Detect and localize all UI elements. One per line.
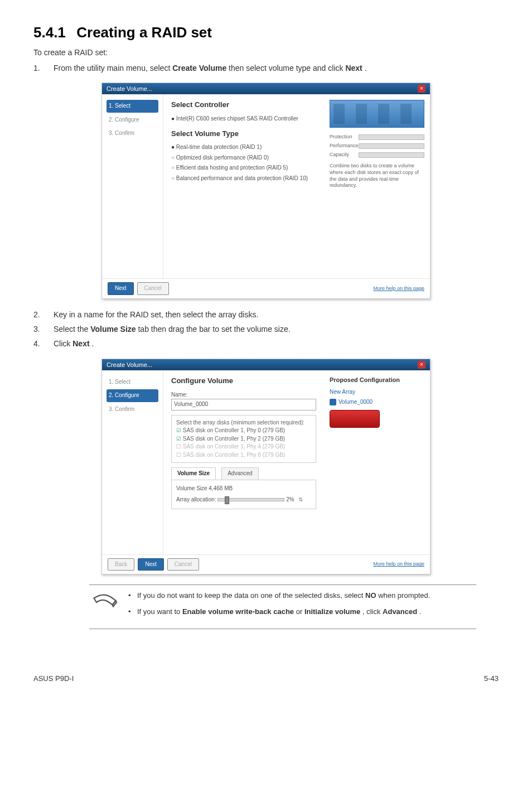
name-label: Name: [171, 392, 187, 398]
step-2-index: 2. [33, 309, 54, 320]
step-1-text-e: . [365, 64, 367, 73]
disk-option-2[interactable]: SAS disk on Controller 1, Phy 2 (279 GB) [176, 435, 311, 443]
wizard-1-right: Protection Performance Capacity Combine … [324, 94, 430, 278]
allocation-percent: 2% [286, 496, 294, 503]
note-item-2: If you want to Enable volume write-back … [128, 607, 430, 617]
disk-option-1[interactable]: SAS disk on Controller 1, Phy 0 (279 GB) [176, 427, 311, 435]
step-1-text-c: then select volume type and click [229, 64, 345, 73]
volume-row: Volume_0000 [330, 398, 424, 407]
wizard-1-main: Select Controller Intel(R) C600 series c… [163, 94, 324, 278]
cancel-button[interactable]: Cancel [167, 558, 199, 571]
step-2-text: Key in a name for the RAID set, then sel… [54, 309, 499, 320]
wizard-1-title: Create Volume... [107, 83, 152, 94]
allocation-slider[interactable] [217, 498, 284, 501]
wizard-2-titlebar: Create Volume... × [102, 359, 430, 370]
tabs: Volume Size Advanced [171, 467, 316, 480]
sidebar-step-configure[interactable]: 2. Configure [107, 114, 158, 127]
note-box: If you do not want to keep the data on o… [89, 584, 476, 629]
disk-hint: Select the array disks (minimum selectio… [176, 419, 311, 427]
controller-option[interactable]: Intel(R) C600 series chipset SAS RAID Co… [171, 115, 316, 123]
volume-icon [330, 399, 336, 405]
step-4-text-c: . [91, 339, 94, 348]
section-heading: 5.4.1 Creating a RAID set [33, 22, 499, 44]
disk-graphic-icon [330, 410, 380, 428]
new-array-row: New Array [330, 388, 424, 397]
step-3-text-a: Select the [54, 325, 90, 334]
sidebar-step-select[interactable]: 1. Select [107, 376, 158, 389]
section-title-text: Creating a RAID set [76, 24, 212, 41]
sidebar-step-configure[interactable]: 2. Configure [107, 389, 158, 402]
back-button[interactable]: Back [108, 558, 134, 571]
step-1-index: 1. [33, 62, 54, 74]
step-3-index: 3. [33, 323, 54, 335]
sidebar-step-confirm[interactable]: 3. Confirm [107, 127, 158, 140]
raid1-option[interactable]: Real-time data protection (RAID 1) [171, 143, 316, 152]
raid5-option[interactable]: Efficient data hosting and protection (R… [171, 164, 316, 172]
close-icon[interactable]: × [418, 361, 425, 369]
next-button[interactable]: Next [108, 282, 134, 295]
sidebar-step-confirm[interactable]: 3. Confirm [107, 403, 158, 416]
proposed-config-heading: Proposed Configuration [330, 376, 424, 385]
volume-name-input[interactable]: Volume_0000 [171, 399, 316, 410]
configure-volume-heading: Configure Volume [171, 376, 316, 386]
note-icon [91, 591, 118, 621]
step-1-bold-1: Create Volume [172, 64, 226, 73]
footer-left: ASUS P9D-I [33, 674, 74, 684]
wizard-1-titlebar: Create Volume... × [102, 83, 430, 94]
performance-bar: Performance [330, 142, 424, 149]
wizard-1-sidebar: 1. Select 2. Configure 3. Confirm [102, 94, 163, 278]
volume-type-description: Combine two disks to create a volume whe… [330, 163, 424, 189]
note-item-1: If you do not want to keep the data on o… [128, 591, 430, 601]
raid10-option[interactable]: Balanced performance and data protection… [171, 175, 316, 183]
capacity-bar: Capacity [330, 151, 424, 158]
select-volume-type-heading: Select Volume Type [171, 129, 316, 139]
disk-selection-box: Select the array disks (minimum selectio… [171, 415, 316, 463]
volume-size-line: Volume Size 4,468 MB [176, 485, 311, 493]
page-footer: ASUS P9D-I 5-43 [33, 674, 499, 684]
step-1: 1. From the utility main menu, select Cr… [33, 62, 499, 74]
wizard-2-sidebar: 1. Select 2. Configure 3. Confirm [102, 370, 163, 554]
step-4-index: 4. [33, 338, 54, 349]
wizard-2-right: Proposed Configuration New Array Volume_… [324, 370, 430, 554]
tab-advanced[interactable]: Advanced [221, 467, 258, 480]
tab-volume-size[interactable]: Volume Size [171, 467, 216, 480]
step-3: 3. Select the Volume Size tab then drag … [33, 323, 499, 335]
raid0-option[interactable]: Optimized disk performance (RAID 0) [171, 154, 316, 162]
step-1-text-a: From the utility main menu, select [54, 64, 172, 73]
step-4-text-a: Click [54, 339, 72, 348]
intro-text: To create a RAID set: [33, 47, 499, 58]
raid-illustration [330, 100, 424, 128]
protection-bar: Protection [330, 133, 424, 141]
disk-option-4[interactable]: SAS disk on Controller 1, Phy 6 (279 GB) [176, 451, 311, 460]
step-4-bold: Next [72, 339, 89, 348]
section-number: 5.4.1 [33, 22, 72, 44]
next-button[interactable]: Next [138, 558, 164, 571]
step-2: 2. Key in a name for the RAID set, then … [33, 309, 499, 320]
select-controller-heading: Select Controller [171, 100, 316, 110]
more-help-link[interactable]: More help on this page [373, 285, 424, 292]
wizard-2: Create Volume... × 1. Select 2. Configur… [101, 359, 431, 575]
step-4: 4. Click Next . [33, 338, 499, 349]
sidebar-step-select[interactable]: 1. Select [107, 100, 158, 113]
disk-option-3[interactable]: SAS disk on Controller 1, Phy 4 (279 GB) [176, 443, 311, 451]
array-allocation-label: Array allocation: [176, 496, 216, 503]
step-3-text-c: tab then drag the bar to set the volume … [138, 325, 290, 334]
step-1-bold-2: Next [345, 64, 362, 73]
footer-right: 5-43 [484, 674, 499, 684]
tab-body: Volume Size 4,468 MB Array allocation: 2… [171, 480, 316, 509]
wizard-2-main: Configure Volume Name: Volume_0000 Selec… [163, 370, 324, 554]
step-3-bold: Volume Size [90, 325, 136, 334]
cancel-button[interactable]: Cancel [137, 282, 169, 295]
wizard-2-title: Create Volume... [107, 359, 152, 370]
close-icon[interactable]: × [418, 85, 425, 93]
stepper-icon[interactable]: ⇅ [298, 496, 303, 503]
wizard-1: Create Volume... × 1. Select 2. Configur… [101, 83, 431, 299]
more-help-link[interactable]: More help on this page [373, 561, 424, 568]
